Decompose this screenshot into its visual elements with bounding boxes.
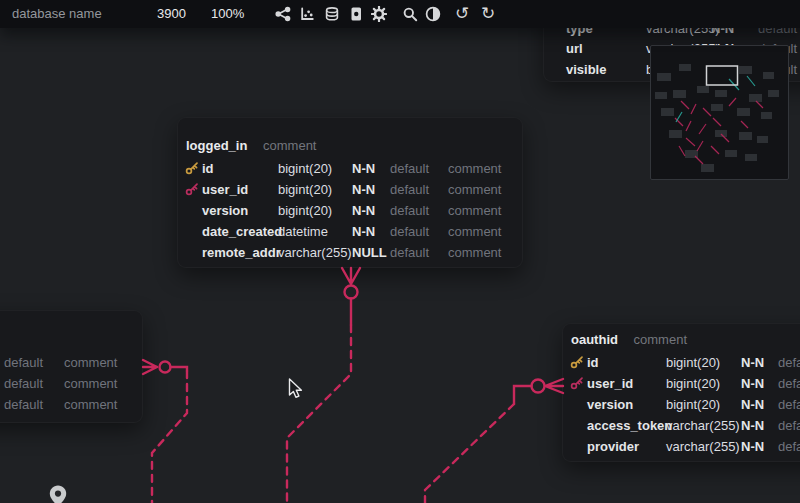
table-row[interactable]: default comment: [0, 352, 142, 373]
table-oauthid[interactable]: oauthid comment id bigint(20) N-N defaul…: [562, 323, 800, 462]
table-comment: comment: [263, 138, 316, 153]
redo-icon[interactable]: ↻: [481, 0, 495, 28]
table-row[interactable]: default comment: [0, 373, 142, 394]
table-logged-in[interactable]: logged_in comment id bigint(20) N-N defa…: [177, 117, 523, 268]
object-count: 3900: [157, 0, 186, 28]
undo-icon[interactable]: ↺: [455, 0, 469, 28]
location-pin-icon: [47, 484, 69, 503]
settings-icon[interactable]: [371, 6, 387, 22]
foreign-key-icon: [185, 182, 199, 196]
minimap-viewport: [707, 66, 738, 85]
table-left-partial[interactable]: default comment default comment default …: [0, 310, 143, 423]
table-row[interactable]: user_id bigint(20) N-N default comment: [178, 179, 522, 200]
document-icon[interactable]: [348, 6, 364, 22]
erd-app: logged_in comment id bigint(20) N-N defa…: [0, 0, 800, 503]
table-row[interactable]: remote_addr varchar(255) NULL default co…: [178, 242, 522, 263]
table-row[interactable]: user_id bigint(20) N-N default: [563, 373, 800, 394]
primary-key-icon: [570, 355, 584, 369]
foreign-key-icon: [570, 376, 584, 390]
table-row[interactable]: id bigint(20) N-N default comment: [178, 158, 522, 179]
zoom-level[interactable]: 100%: [211, 0, 244, 28]
table-row[interactable]: default comment: [0, 394, 142, 415]
primary-key-icon: [185, 161, 199, 175]
mouse-cursor: [288, 378, 306, 400]
link-oauthid: [425, 379, 563, 503]
link-logged-in: [287, 268, 360, 503]
search-icon[interactable]: [402, 6, 418, 22]
table-row[interactable]: date_created datetime N-N default commen…: [178, 221, 522, 242]
table-comment: comment: [634, 332, 687, 347]
table-title: oauthid: [571, 332, 618, 347]
table-row[interactable]: id bigint(20) N-N default: [563, 352, 800, 373]
relations-icon[interactable]: [275, 6, 291, 22]
chart-icon[interactable]: [299, 6, 315, 22]
table-row[interactable]: access_token varchar(255) N-N default: [563, 415, 800, 436]
table-row[interactable]: provider varchar(255) N-N default: [563, 436, 800, 457]
minimap[interactable]: [650, 45, 789, 180]
table-row[interactable]: version bigint(20) N-N default: [563, 394, 800, 415]
database-icon[interactable]: [324, 6, 340, 22]
database-name[interactable]: database name: [12, 0, 102, 28]
table-row[interactable]: version bigint(20) N-N default comment: [178, 200, 522, 221]
toolbar: database name 3900 100%: [0, 0, 800, 28]
contrast-icon[interactable]: [425, 6, 441, 22]
minimap-content: [651, 46, 786, 177]
link-left-table: [143, 360, 187, 503]
table-title: logged_in: [186, 138, 247, 153]
